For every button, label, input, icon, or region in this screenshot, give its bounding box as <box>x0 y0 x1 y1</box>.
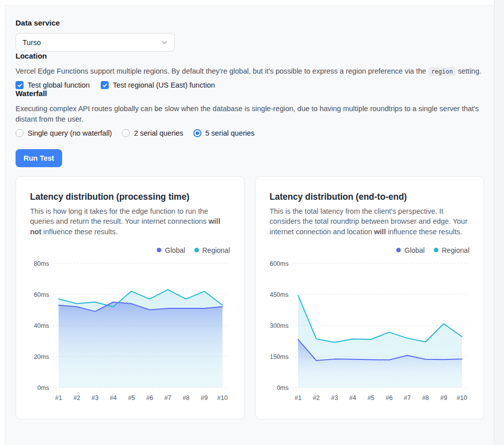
svg-text:450ms: 450ms <box>270 291 289 298</box>
location-description-text: Vercel Edge Functions support multiple r… <box>16 67 428 75</box>
legend-label: Regional <box>442 246 469 254</box>
radio-label: 5 serial queries <box>205 129 255 137</box>
data-service-heading: Data service <box>16 19 484 27</box>
legend-item-regional: Regional <box>434 246 469 254</box>
latency-processing-chart[interactable]: 0ms20ms40ms60ms80ms#1#2#3#4#5#6#7#8#9#10 <box>30 256 231 404</box>
svg-text:80ms: 80ms <box>34 260 49 267</box>
legend-dot-global <box>157 248 161 252</box>
waterfall-description: Executing complex API routes globally ca… <box>16 104 484 124</box>
legend-dot-global <box>396 248 401 252</box>
latency-end-to-end-chart[interactable]: 0ms150ms300ms450ms600ms#1#2#3#4#5#6#7#8#… <box>270 256 470 404</box>
radio-single-query[interactable]: Single query (no waterfall) <box>16 129 112 137</box>
svg-text:#10: #10 <box>457 394 467 401</box>
radio-unselected-icon <box>16 129 24 137</box>
checkbox-checked-icon <box>101 81 109 89</box>
svg-text:#1: #1 <box>295 394 302 401</box>
svg-text:#3: #3 <box>331 394 338 401</box>
location-description: Vercel Edge Functions support multiple r… <box>16 66 484 76</box>
waterfall-radio-group: Single query (no waterfall) 2 serial que… <box>16 129 484 137</box>
location-heading: Location <box>16 52 484 60</box>
run-test-button[interactable]: Run Test <box>16 149 62 167</box>
svg-text:600ms: 600ms <box>270 260 289 267</box>
data-service-select[interactable]: Turso <box>16 33 175 52</box>
processing-time-card: Latency distribution (processing time) T… <box>16 176 244 419</box>
chevron-down-icon <box>161 39 168 46</box>
chart-description-tail: influence these results. <box>386 228 462 236</box>
svg-text:#2: #2 <box>313 394 320 401</box>
location-description-tail: setting. <box>456 67 481 75</box>
svg-text:#2: #2 <box>73 394 80 401</box>
location-checkbox-group: Test global function Test regional (US E… <box>16 81 484 89</box>
legend-dot-regional <box>434 248 438 252</box>
svg-text:20ms: 20ms <box>34 353 49 360</box>
charts-row: Latency distribution (processing time) T… <box>16 176 484 419</box>
region-code-chip: region <box>428 67 456 76</box>
svg-text:#4: #4 <box>349 394 356 401</box>
legend-label: Global <box>404 246 424 254</box>
legend-item-global: Global <box>157 246 185 254</box>
chart-description-bold: will <box>374 228 386 236</box>
radio-unselected-icon <box>122 129 130 137</box>
chart-legend: Global Regional <box>270 246 469 254</box>
legend-item-regional: Regional <box>194 246 230 254</box>
svg-text:#9: #9 <box>201 394 208 401</box>
svg-text:0ms: 0ms <box>37 384 49 391</box>
legend-label: Global <box>165 246 185 254</box>
chart-description: This is how long it takes for the edge f… <box>30 206 229 237</box>
radio-5-serial-queries[interactable]: 5 serial queries <box>193 129 255 137</box>
chart-title: Latency distribution (processing time) <box>30 192 230 202</box>
svg-text:#3: #3 <box>92 394 99 401</box>
svg-text:#7: #7 <box>164 394 171 401</box>
checkbox-checked-icon <box>16 81 24 89</box>
svg-text:#5: #5 <box>128 394 135 401</box>
chart-legend: Global Regional <box>30 246 230 254</box>
checkbox-label: Test global function <box>28 81 90 89</box>
radio-selected-icon <box>193 129 201 137</box>
chart-description-tail: influence these results. <box>42 228 118 236</box>
svg-text:#8: #8 <box>182 394 189 401</box>
chart-description: This is the total latency from the clien… <box>270 206 469 237</box>
checkbox-test-regional[interactable]: Test regional (US East) function <box>101 81 215 89</box>
svg-text:40ms: 40ms <box>34 322 49 329</box>
end-to-end-card: Latency distribution (end-to-end) This i… <box>255 176 484 419</box>
svg-text:#5: #5 <box>367 394 374 401</box>
svg-text:0ms: 0ms <box>277 384 289 391</box>
svg-text:#4: #4 <box>110 394 117 401</box>
radio-2-serial-queries[interactable]: 2 serial queries <box>122 129 183 137</box>
scrollbar[interactable] <box>494 0 504 445</box>
svg-text:#6: #6 <box>146 394 153 401</box>
svg-text:#7: #7 <box>404 394 411 401</box>
data-service-selected-value: Turso <box>23 39 41 47</box>
legend-dot-regional <box>194 248 199 252</box>
svg-text:#6: #6 <box>386 394 393 401</box>
chart-description-text: This is how long it takes for the edge f… <box>30 207 208 226</box>
svg-text:300ms: 300ms <box>270 322 289 329</box>
checkbox-label: Test regional (US East) function <box>113 81 215 89</box>
svg-text:#1: #1 <box>55 394 62 401</box>
svg-text:#9: #9 <box>440 394 447 401</box>
checkbox-test-global[interactable]: Test global function <box>16 81 90 89</box>
svg-text:150ms: 150ms <box>270 353 289 360</box>
radio-label: Single query (no waterfall) <box>28 129 112 137</box>
legend-label: Regional <box>202 246 230 254</box>
radio-label: 2 serial queries <box>134 129 183 137</box>
waterfall-heading: Waterfall <box>16 89 484 98</box>
legend-item-global: Global <box>396 246 424 254</box>
svg-text:#10: #10 <box>217 394 228 401</box>
svg-text:60ms: 60ms <box>34 291 49 298</box>
chart-title: Latency distribution (end-to-end) <box>270 192 469 202</box>
svg-text:#8: #8 <box>422 394 429 401</box>
main-content: Data service Turso Location Vercel Edge … <box>5 5 494 445</box>
